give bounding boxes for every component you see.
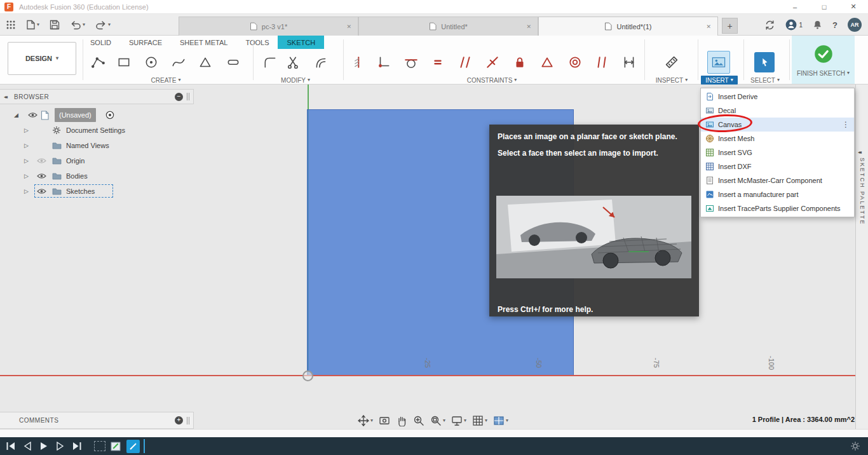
- tree-expand-icon[interactable]: ▷: [24, 123, 29, 137]
- close-tab-icon[interactable]: ✕: [526, 24, 531, 30]
- pan-hand-button[interactable]: [396, 415, 407, 426]
- timeline-go-to-end-button[interactable]: [69, 440, 85, 452]
- insert-menu-button[interactable]: INSERT▾: [701, 76, 738, 85]
- measure-tool[interactable]: [660, 51, 683, 74]
- timeline-settings-gear-icon[interactable]: [850, 441, 860, 451]
- menu-item-insert-mesh[interactable]: Insert Mesh: [701, 132, 854, 146]
- tangent-constraint[interactable]: [400, 51, 423, 74]
- trim-tool[interactable]: [282, 51, 305, 74]
- maximize-button[interactable]: □: [810, 0, 839, 14]
- timeline-marker[interactable]: [94, 441, 105, 451]
- spline-tool[interactable]: [167, 51, 190, 74]
- fit-button[interactable]: ▾: [430, 415, 445, 426]
- grid-layout-button[interactable]: ▾: [472, 415, 487, 426]
- expand-comments-icon[interactable]: +: [175, 416, 183, 424]
- concentric-constraint[interactable]: [564, 51, 587, 74]
- eye-icon[interactable]: [37, 184, 46, 198]
- insert-canvas-tool[interactable]: [707, 51, 730, 74]
- eye-icon[interactable]: [28, 108, 37, 122]
- timeline-play-button[interactable]: [36, 440, 52, 452]
- horizontal-vertical-constraint[interactable]: [345, 51, 368, 74]
- notifications-bell-icon[interactable]: [813, 20, 822, 30]
- timeline-sketch-feature[interactable]: [111, 441, 121, 452]
- document-tab[interactable]: Untitled* ✕: [358, 17, 538, 36]
- presence-indicator[interactable]: 1: [785, 19, 803, 31]
- close-tab-icon[interactable]: ✕: [346, 24, 351, 30]
- fix-lock-constraint[interactable]: [508, 51, 531, 74]
- close-tab-icon[interactable]: ✕: [706, 24, 711, 30]
- circle-tool[interactable]: [140, 51, 163, 74]
- timeline-go-to-start-button[interactable]: [3, 440, 19, 452]
- browser-item-origin[interactable]: ▷ Origin: [0, 154, 191, 168]
- browser-item-document-settings[interactable]: ▷ Document Settings: [0, 123, 191, 137]
- comments-resize-handle[interactable]: [187, 417, 189, 424]
- activate-component-radio[interactable]: [105, 108, 114, 122]
- look-at-button[interactable]: [379, 415, 390, 426]
- browser-collapse-all-icon[interactable]: −: [175, 93, 183, 101]
- menu-item-canvas[interactable]: Canvas ⋮: [701, 118, 854, 132]
- sync-status-icon[interactable]: [764, 20, 775, 31]
- menu-item-insert-svg[interactable]: Insert SVG: [701, 146, 854, 160]
- new-tab-button[interactable]: +: [722, 18, 738, 34]
- expand-palette-icon[interactable]: ◂◂: [858, 149, 868, 155]
- modify-menu[interactable]: MODIFY▾: [259, 76, 332, 85]
- fillet-tool[interactable]: [259, 51, 281, 74]
- browser-root-row[interactable]: ◢ (Unsaved): [0, 108, 191, 122]
- menu-item-insert-mcmaster[interactable]: Insert McMaster-Carr Component: [701, 173, 854, 187]
- select-menu[interactable]: SELECT▾: [747, 76, 783, 85]
- document-tab-active[interactable]: Untitled*(1) ✕: [538, 17, 718, 36]
- comments-bar[interactable]: COMMENTS +: [0, 412, 194, 429]
- more-options-icon[interactable]: ⋮: [842, 120, 850, 129]
- sketch-palette-strip[interactable]: ◂◂ SKETCH PALETTE: [855, 85, 868, 429]
- tree-expand-icon[interactable]: ▷: [24, 139, 29, 153]
- tab-sketch[interactable]: SKETCH: [278, 36, 324, 49]
- workspace-selector[interactable]: DESIGN ▾: [8, 42, 76, 75]
- coincident-constraint[interactable]: [372, 51, 395, 74]
- eye-hidden-icon[interactable]: [37, 154, 46, 168]
- finish-sketch-button[interactable]: FINISH SKETCH▾: [792, 36, 855, 84]
- midpoint-constraint[interactable]: [536, 51, 559, 74]
- tab-tools[interactable]: TOOLS: [236, 36, 278, 49]
- menu-item-insert-derive[interactable]: Insert Derive: [701, 90, 854, 104]
- zoom-button[interactable]: [413, 415, 424, 426]
- browser-resize-handle[interactable]: [187, 93, 189, 100]
- tab-surface[interactable]: SURFACE: [120, 36, 171, 49]
- tab-solid[interactable]: SOLID: [81, 36, 120, 49]
- eye-icon[interactable]: [37, 169, 46, 183]
- timeline-step-forward-button[interactable]: [52, 440, 69, 452]
- equal-constraint[interactable]: [426, 51, 449, 74]
- file-menu-button[interactable]: ▾: [24, 18, 41, 32]
- timeline-step-back-button[interactable]: [19, 440, 36, 452]
- browser-item-bodies[interactable]: ▷ Bodies: [0, 169, 191, 183]
- menu-item-insert-dxf[interactable]: Insert DXF: [701, 160, 854, 173]
- tree-expand-icon[interactable]: ▷: [24, 154, 29, 168]
- menu-item-insert-traceparts[interactable]: Insert TraceParts Supplier Components: [701, 201, 854, 215]
- tree-expand-icon[interactable]: ▷: [24, 184, 29, 198]
- tab-sheet-metal[interactable]: SHEET METAL: [171, 36, 236, 49]
- select-tool[interactable]: [754, 52, 775, 72]
- tree-expanded-icon[interactable]: ◢: [14, 108, 18, 122]
- create-menu[interactable]: CREATE▾: [88, 76, 244, 85]
- browser-item-named-views[interactable]: ▷ Named Views: [0, 139, 191, 153]
- browser-root-label[interactable]: (Unsaved): [55, 108, 96, 122]
- user-avatar[interactable]: AR: [848, 18, 862, 32]
- close-button[interactable]: ✕: [839, 0, 868, 14]
- inspect-menu[interactable]: INSPECT▾: [649, 76, 694, 85]
- timeline-playhead[interactable]: [144, 439, 145, 453]
- menu-item-decal[interactable]: Decal: [701, 104, 854, 118]
- save-button[interactable]: [48, 18, 62, 32]
- timeline-sketch-feature-selected[interactable]: [126, 440, 140, 453]
- offset-tool[interactable]: [309, 51, 332, 74]
- browser-item-sketches[interactable]: ▷ Sketches: [0, 184, 191, 198]
- redo-button[interactable]: ▾: [93, 18, 112, 32]
- help-icon[interactable]: ?: [832, 20, 837, 30]
- slot-tool[interactable]: [222, 51, 245, 74]
- tree-expand-icon[interactable]: ▷: [24, 169, 29, 183]
- display-settings-button[interactable]: ▾: [451, 415, 466, 426]
- line-tool[interactable]: [87, 51, 110, 74]
- perpendicular-constraint[interactable]: [481, 51, 504, 74]
- app-grid-icon[interactable]: [4, 18, 18, 32]
- orbit-pan-button[interactable]: ▾: [358, 415, 373, 426]
- collapse-browser-icon[interactable]: ◂◂: [4, 94, 6, 100]
- parallel-constraint[interactable]: [454, 51, 477, 74]
